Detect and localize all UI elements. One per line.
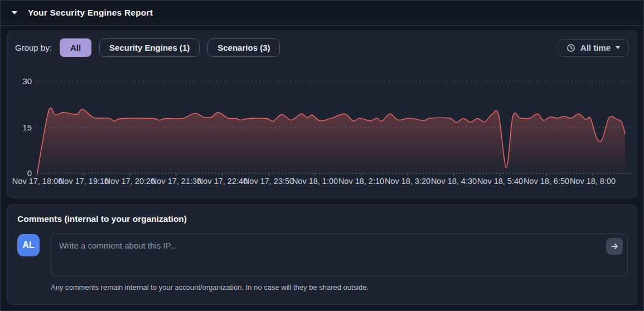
time-range-label: All time	[580, 43, 611, 52]
svg-text:Nov 18, 5:40: Nov 18, 5:40	[477, 177, 523, 186]
group-by-security-engines-button[interactable]: Security Engines (1)	[99, 38, 200, 57]
svg-text:Nov 17, 18:00: Nov 17, 18:00	[12, 177, 62, 186]
svg-text:15: 15	[22, 123, 32, 132]
svg-text:Nov 18, 1:00: Nov 18, 1:00	[292, 177, 338, 186]
svg-text:Nov 18, 8:00: Nov 18, 8:00	[570, 177, 616, 186]
timeseries-chart: 01530Nov 17, 18:00Nov 17, 19:10Nov 17, 2…	[7, 66, 637, 195]
svg-text:Nov 17, 20:20: Nov 17, 20:20	[105, 177, 155, 186]
group-by-scenarios-button[interactable]: Scenarios (3)	[207, 38, 280, 57]
svg-text:Nov 17, 19:10: Nov 17, 19:10	[59, 177, 109, 186]
report-header: Your Security Engines Report	[0, 0, 644, 26]
svg-text:Nov 17, 21:30: Nov 17, 21:30	[151, 177, 201, 186]
svg-text:Nov 18, 6:50: Nov 18, 6:50	[524, 177, 569, 186]
comment-input[interactable]	[51, 234, 628, 276]
comments-title: Comments (internal to your organization)	[17, 214, 187, 224]
svg-text:Nov 17, 23:50: Nov 17, 23:50	[244, 177, 294, 186]
collapse-caret-icon[interactable]	[12, 11, 17, 14]
security-engines-chart-panel: Group by: All Security Engines (1) Scena…	[7, 31, 637, 198]
group-by-all-button[interactable]: All	[60, 38, 91, 57]
chart-toolbar: Group by: All Security Engines (1) Scena…	[7, 31, 637, 57]
chart-svg: 01530Nov 17, 18:00Nov 17, 19:10Nov 17, 2…	[7, 66, 637, 195]
send-comment-button[interactable]	[606, 238, 623, 255]
chevron-down-icon	[616, 46, 620, 49]
report-title: Your Security Engines Report	[28, 8, 153, 18]
svg-text:Nov 18, 3:20: Nov 18, 3:20	[385, 177, 430, 186]
svg-text:Nov 18, 4:30: Nov 18, 4:30	[431, 177, 477, 186]
svg-text:Nov 17, 22:40: Nov 17, 22:40	[197, 177, 248, 186]
comments-panel: Comments (internal to your organization)…	[7, 205, 637, 305]
clock-icon	[566, 43, 575, 52]
avatar: AL	[17, 234, 40, 256]
time-range-dropdown[interactable]: All time	[558, 39, 629, 57]
group-by-label: Group by:	[15, 43, 52, 52]
svg-text:30: 30	[22, 76, 32, 86]
comments-disclaimer: Any comments remain internal to your acc…	[51, 283, 369, 291]
svg-text:Nov 18, 2:10: Nov 18, 2:10	[338, 177, 384, 186]
send-arrow-icon	[611, 242, 619, 250]
